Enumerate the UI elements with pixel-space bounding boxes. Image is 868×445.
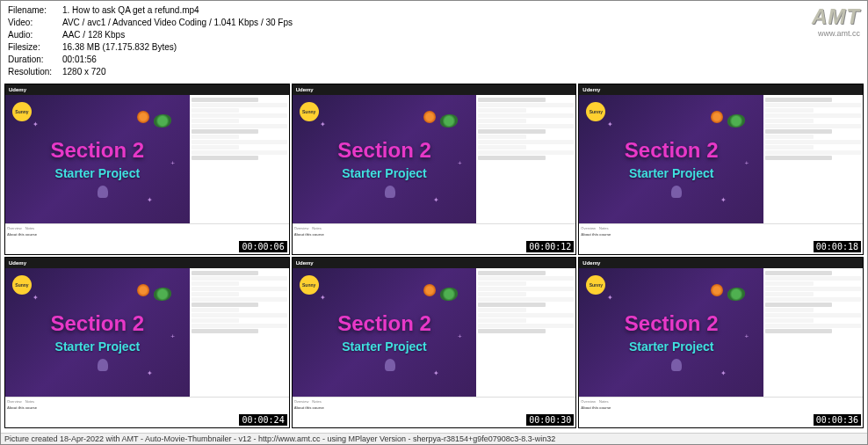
- list-item: [478, 119, 525, 123]
- list-item: [192, 119, 239, 123]
- duration-value: 00:01:56: [62, 54, 97, 66]
- bottom-tabs: Overview Notes: [294, 399, 575, 404]
- section-subtitle: Starter Project: [342, 166, 426, 180]
- resolution-label: Resolution:: [8, 66, 62, 78]
- sunny-badge-icon: Sunny: [300, 275, 319, 295]
- sunny-badge-icon: Sunny: [586, 275, 605, 295]
- video-header-bar: Udemy: [5, 84, 289, 95]
- sparkle-icon: ✦: [147, 196, 153, 204]
- audio-value: AAC / 128 Kbps: [62, 29, 125, 41]
- list-item: [765, 140, 861, 144]
- list-item: [192, 329, 258, 333]
- sparkle-icon: ✦: [147, 369, 153, 377]
- list-item: [192, 313, 287, 317]
- sparkle-icon: ✦: [720, 369, 727, 377]
- jellyfish-icon: [671, 359, 682, 371]
- list-item: [192, 324, 287, 328]
- list-item: [478, 276, 574, 281]
- list-item: [478, 156, 545, 160]
- about-header: About this course: [294, 405, 575, 410]
- thumb-body: Sunny ✦ ✦ + Section 2 Starter Project: [579, 268, 863, 397]
- list-item: [192, 297, 287, 302]
- jellyfish-icon: [385, 186, 395, 198]
- thumbnail-3[interactable]: Udemy Sunny ✦ ✦ + Section 2 Starter Proj…: [578, 84, 864, 255]
- amt-logo: AMT www.amt.cc: [812, 4, 860, 78]
- thumb-body: Sunny ✦ ✦ + Section 2 Starter Project: [5, 95, 289, 223]
- udemy-brand: Udemy: [582, 87, 600, 92]
- list-item: [478, 313, 574, 317]
- tab-item: Notes: [599, 399, 608, 404]
- sunny-badge-icon: Sunny: [586, 102, 605, 121]
- about-header: About this course: [7, 232, 287, 237]
- list-item: [478, 297, 574, 302]
- udemy-brand: Udemy: [9, 87, 26, 92]
- list-item: [765, 297, 861, 302]
- list-item: [478, 135, 525, 139]
- about-header: About this course: [7, 405, 287, 410]
- list-item: [765, 150, 861, 155]
- video-preview: Sunny ✦ ✦ + Section 2 Starter Project: [5, 95, 190, 223]
- list-item: [478, 108, 525, 113]
- course-content-panel: [190, 268, 289, 397]
- sidebar-header: [192, 271, 258, 275]
- thumb-body: Sunny ✦ ✦ + Section 2 Starter Project: [293, 95, 576, 223]
- list-item: [192, 135, 239, 139]
- filesize-label: Filesize:: [8, 41, 62, 54]
- sparkle-icon: ✦: [720, 196, 727, 204]
- list-item: [765, 276, 861, 281]
- section-title: Section 2: [625, 138, 719, 163]
- sparkle-icon: +: [458, 159, 462, 167]
- udemy-brand: Udemy: [582, 260, 600, 266]
- list-item: [765, 113, 861, 118]
- list-item: [192, 318, 239, 323]
- tab-item: Overview: [294, 399, 309, 404]
- list-item: [765, 329, 832, 333]
- sparkle-icon: ✦: [607, 120, 613, 128]
- section-title: Section 2: [337, 138, 431, 163]
- thumbnail-5[interactable]: Udemy Sunny ✦ ✦ + Section 2 Starter Proj…: [292, 257, 577, 428]
- tab-item: Notes: [312, 399, 321, 404]
- list-item: [765, 119, 813, 123]
- course-content-panel: [476, 95, 575, 223]
- section-subtitle: Starter Project: [342, 339, 426, 354]
- audio-label: Audio:: [8, 29, 62, 41]
- video-preview: Sunny ✦ ✦ + Section 2 Starter Project: [5, 268, 190, 397]
- bottom-tabs: Overview Notes: [7, 399, 287, 404]
- video-header-bar: Udemy: [579, 258, 863, 268]
- bottom-tabs: Overview Notes: [7, 226, 287, 230]
- sparkle-icon: +: [170, 332, 175, 340]
- list-item: [192, 129, 258, 134]
- thumbnail-6[interactable]: Udemy Sunny ✦ ✦ + Section 2 Starter Proj…: [578, 257, 864, 428]
- sidebar-header: [478, 98, 545, 102]
- section-subtitle: Starter Project: [629, 339, 713, 354]
- resolution-value: 1280 x 720: [62, 66, 106, 78]
- list-item: [192, 108, 239, 113]
- list-item: [192, 113, 287, 118]
- tab-item: Notes: [25, 399, 34, 404]
- about-header: About this course: [581, 405, 861, 410]
- thumb-body: Sunny ✦ ✦ + Section 2 Starter Project: [579, 95, 863, 223]
- video-header-bar: Udemy: [5, 258, 289, 268]
- section-subtitle: Starter Project: [55, 339, 140, 354]
- section-title: Section 2: [337, 311, 431, 336]
- video-header-bar: Udemy: [293, 258, 576, 268]
- list-item: [478, 287, 574, 291]
- thumbnail-4[interactable]: Udemy Sunny ✦ ✦ + Section 2 Starter Proj…: [4, 257, 290, 428]
- list-item: [765, 156, 832, 160]
- video-preview: Sunny ✦ ✦ + Section 2 Starter Project: [579, 268, 763, 397]
- list-item: [478, 308, 525, 312]
- list-item: [478, 318, 525, 323]
- video-header-bar: Udemy: [579, 84, 863, 95]
- metadata-table: Filename:1. How to ask QA get a refund.m…: [8, 4, 293, 78]
- thumbnail-1[interactable]: Udemy Sunny ✦ ✦ + Section 2 Starter Proj…: [4, 84, 290, 255]
- thumbnail-2[interactable]: Udemy Sunny ✦ ✦ + Section 2 Starter Proj…: [292, 84, 577, 255]
- list-item: [765, 135, 813, 139]
- filesize-value: 16.38 MB (17.175.832 Bytes): [62, 41, 177, 54]
- list-item: [765, 308, 813, 312]
- list-item: [192, 124, 287, 128]
- list-item: [478, 113, 574, 118]
- bottom-tabs: Overview Notes: [581, 226, 861, 230]
- list-item: [478, 150, 574, 155]
- sparkle-icon: ✦: [433, 369, 439, 377]
- timestamp-badge: 00:00:06: [239, 241, 286, 252]
